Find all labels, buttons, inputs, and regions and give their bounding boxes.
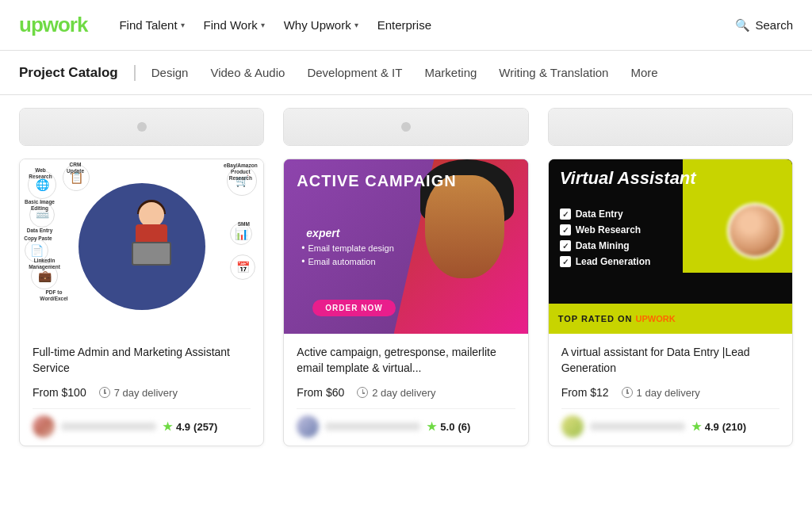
seller-3-name bbox=[590, 423, 685, 430]
va-brand-label: UPWORK bbox=[636, 314, 676, 323]
partial-card-3 bbox=[548, 108, 793, 146]
card-3-title: A virtual assistant for Data Entry |Lead… bbox=[561, 345, 779, 377]
card-2-title: Active campaign, getresponse, mailerlite… bbox=[297, 345, 515, 377]
category-nav: Project Catalog Design Video & Audio Dev… bbox=[0, 51, 812, 95]
card-3-rating: ★ 4.9 (210) bbox=[691, 420, 746, 433]
card-2-meta: From $60 2 day delivery bbox=[297, 386, 515, 399]
project-catalog-label: Project Catalog bbox=[19, 65, 136, 81]
card-1-body: Full-time Admin and Marketing Assistant … bbox=[20, 334, 263, 446]
bullet-1: Email template design bbox=[301, 243, 393, 254]
card-3-meta: From $12 1 day delivery bbox=[561, 386, 779, 399]
bubble-calendar: 📅 bbox=[230, 254, 255, 280]
chevron-down-icon: ▾ bbox=[261, 21, 265, 29]
clock-icon bbox=[622, 387, 633, 398]
seller-2-avatar bbox=[297, 415, 319, 438]
card-2-image: ACTIVE CAMPAIGN expert Email template de… bbox=[284, 159, 527, 334]
star-icon: ★ bbox=[427, 420, 437, 433]
va-top-rated-bar: Top Rated On UPWORK bbox=[549, 304, 792, 334]
label-ebay: eBay/Amazon Product Research bbox=[220, 163, 260, 181]
card-1-image: 🌐 📋 🛒 ⌨️ 📄 💼 📊 bbox=[20, 159, 263, 334]
cat-development-it[interactable]: Development & IT bbox=[307, 66, 402, 79]
partial-card-1 bbox=[19, 108, 264, 146]
cat-video-audio[interactable]: Video & Audio bbox=[210, 66, 285, 79]
va-title: Virtual Assistant bbox=[560, 169, 696, 188]
label-crm: CRM Update bbox=[61, 162, 90, 174]
label-linkedin: LinkedIn Management bbox=[26, 258, 63, 270]
partial-card-2 bbox=[283, 108, 528, 146]
card-3-delivery: 1 day delivery bbox=[622, 387, 700, 399]
chevron-down-icon: ▾ bbox=[354, 21, 358, 29]
cards-row: 🌐 📋 🛒 ⌨️ 📄 💼 📊 bbox=[19, 159, 793, 446]
cat-more[interactable]: More bbox=[630, 66, 657, 79]
label-basic-image: Basic Image Editing bbox=[25, 199, 55, 212]
seller-2-name bbox=[325, 423, 420, 430]
star-icon: ★ bbox=[691, 420, 702, 433]
cat-marketing[interactable]: Marketing bbox=[424, 66, 477, 79]
checkmark-icon: ✓ bbox=[560, 209, 571, 220]
person-illustration bbox=[112, 202, 191, 297]
product-card-1[interactable]: 🌐 📋 🛒 ⌨️ 📄 💼 📊 bbox=[19, 159, 264, 446]
clock-icon bbox=[99, 387, 110, 398]
search-icon: 🔍 bbox=[735, 18, 750, 33]
va-item-1: ✓ Data Entry bbox=[560, 209, 651, 220]
search-button[interactable]: 🔍 Search bbox=[735, 18, 793, 33]
va-avatar bbox=[727, 203, 783, 258]
partial-cards-row bbox=[19, 108, 793, 146]
upwork-logo[interactable]: upwork bbox=[19, 13, 87, 37]
card-3-price: From $12 bbox=[561, 386, 609, 399]
bullet-2: Email automation bbox=[301, 256, 393, 267]
category-links: Design Video & Audio Development & IT Ma… bbox=[151, 66, 658, 79]
nav-find-work[interactable]: Find Work ▾ bbox=[204, 18, 265, 32]
order-now-button[interactable]: ORDER NOW bbox=[312, 300, 395, 316]
va-toprated-label: Top Rated On bbox=[558, 314, 633, 323]
label-smm: SMM bbox=[232, 221, 255, 228]
card-3-footer: ★ 4.9 (210) bbox=[561, 408, 779, 438]
nav-why-upwork[interactable]: Why Upwork ▾ bbox=[284, 18, 358, 32]
star-icon: ★ bbox=[163, 420, 173, 433]
card-2-delivery: 2 day delivery bbox=[357, 387, 435, 399]
header: upwork Find Talent ▾ Find Work ▾ Why Upw… bbox=[0, 0, 812, 51]
main-content: 🌐 📋 🛒 ⌨️ 📄 💼 📊 bbox=[0, 95, 812, 465]
product-card-3[interactable]: Virtual Assistant ✓ Data Entry ✓ Web Res… bbox=[548, 159, 793, 446]
checkmark-icon: ✓ bbox=[560, 256, 571, 267]
va-item-2: ✓ Web Research bbox=[560, 224, 651, 235]
clock-icon bbox=[357, 387, 368, 398]
card-1-delivery: 7 day delivery bbox=[99, 387, 178, 399]
card-2-headline: ACTIVE CAMPAIGN bbox=[297, 172, 456, 189]
label-web-research: Web Research bbox=[26, 167, 55, 180]
cat-design[interactable]: Design bbox=[151, 66, 189, 79]
product-card-2[interactable]: ACTIVE CAMPAIGN expert Email template de… bbox=[283, 159, 528, 446]
card-1-title: Full-time Admin and Marketing Assistant … bbox=[33, 345, 251, 377]
checkmark-icon: ✓ bbox=[560, 224, 571, 235]
card-2-footer: ★ 5.0 (6) bbox=[297, 408, 515, 438]
card-2-body: Active campaign, getresponse, mailerlite… bbox=[284, 334, 527, 446]
seller-1-avatar bbox=[33, 415, 55, 438]
card-1-price: From $100 bbox=[33, 386, 86, 399]
person-face bbox=[425, 175, 504, 278]
seller-1-name bbox=[61, 423, 156, 430]
va-item-3: ✓ Data Mining bbox=[560, 240, 651, 251]
card-1-footer: ★ 4.9 (257) bbox=[33, 408, 251, 438]
nav-enterprise[interactable]: Enterprise bbox=[377, 18, 431, 32]
card-2-expert: expert bbox=[306, 227, 339, 239]
label-pdf: PDF to Word/Excel bbox=[36, 289, 72, 302]
label-data-entry: Data Entry bbox=[25, 228, 55, 234]
va-checklist: ✓ Data Entry ✓ Web Research ✓ Data Minin… bbox=[560, 209, 651, 272]
card-2-bullets: Email template design Email automation bbox=[301, 243, 393, 270]
nav-find-talent[interactable]: Find Talent ▾ bbox=[119, 18, 184, 32]
seller-3-avatar bbox=[561, 415, 584, 438]
card-2-price: From $60 bbox=[297, 386, 344, 399]
checkmark-icon: ✓ bbox=[560, 240, 571, 251]
card-3-body: A virtual assistant for Data Entry |Lead… bbox=[549, 334, 792, 446]
card-1-meta: From $100 7 day delivery bbox=[33, 386, 251, 399]
card-2-rating: ★ 5.0 (6) bbox=[427, 420, 470, 433]
main-nav: Find Talent ▾ Find Work ▾ Why Upwork ▾ E… bbox=[119, 18, 793, 33]
cat-writing-translation[interactable]: Writing & Translation bbox=[499, 66, 608, 79]
label-copy: Copy Paste bbox=[23, 235, 53, 242]
va-item-4: ✓ Lead Generation bbox=[560, 256, 651, 267]
card-1-rating: ★ 4.9 (257) bbox=[163, 420, 217, 433]
card-3-image: Virtual Assistant ✓ Data Entry ✓ Web Res… bbox=[549, 159, 792, 334]
chevron-down-icon: ▾ bbox=[181, 21, 185, 29]
